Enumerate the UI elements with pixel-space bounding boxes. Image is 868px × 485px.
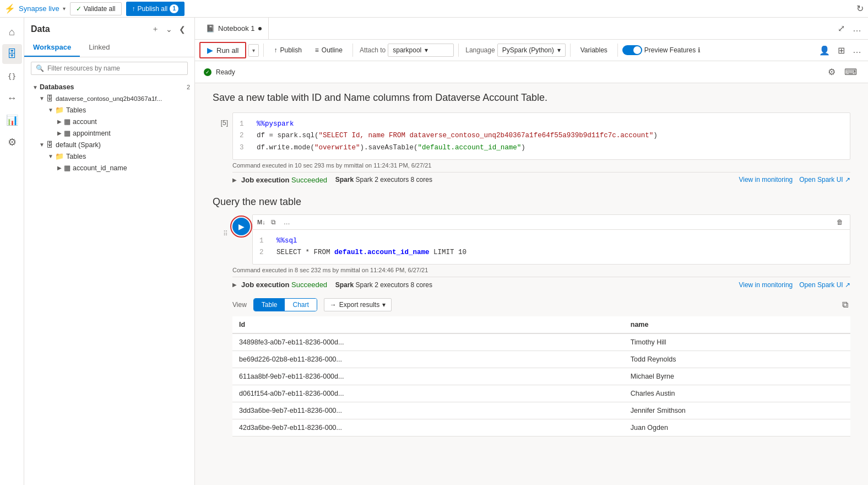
- sidebar-item-integrate[interactable]: ↔: [2, 88, 22, 108]
- job-ex2-toggle-icon[interactable]: ▶: [232, 282, 237, 288]
- table-settings-icon[interactable]: ⧉: [840, 298, 850, 312]
- cell-id: be69d226-02b8-eb11-8236-000...: [232, 351, 624, 368]
- publish-upload-icon: ↑: [274, 46, 277, 54]
- db2-toggle-icon[interactable]: ▼: [37, 142, 46, 148]
- cell2-more-button[interactable]: …: [281, 217, 292, 227]
- notebook-tab[interactable]: 📓 Notebook 1: [199, 18, 269, 40]
- validate-all-button[interactable]: ✓ Validate all: [70, 2, 122, 15]
- run-dropdown-button[interactable]: ▾: [248, 44, 259, 57]
- outline-label: Outline: [322, 46, 343, 54]
- cell2-copy-button[interactable]: ⧉: [269, 217, 278, 227]
- account-toggle-icon[interactable]: ▶: [55, 118, 64, 125]
- table-row: d061f154-a0b7-eb11-8236-000d...Charles A…: [232, 385, 850, 402]
- cell2-delete-button[interactable]: 🗑: [834, 217, 845, 227]
- tables2-folder-toggle-icon[interactable]: ▼: [46, 153, 55, 159]
- appointment-toggle-icon[interactable]: ▶: [55, 130, 64, 136]
- cell2: 1 %%sql 2 SELECT * FROM default.account_…: [252, 229, 850, 265]
- status-ready-icon: ✓: [204, 68, 211, 76]
- variables-button[interactable]: Variables: [575, 44, 613, 57]
- cell2-job-status: Succeeded: [291, 281, 327, 289]
- cell1-job-execution: ▶ Job execution Succeeded Spark Spark 2 …: [232, 172, 850, 187]
- databases-section[interactable]: ▼ Databases 2: [24, 82, 194, 93]
- account-id-name-item[interactable]: ▶ ▦ account_id_name: [24, 162, 194, 174]
- cell1-code[interactable]: 1 %%pyspark 2 df = spark.sql("SELECT Id,…: [233, 113, 850, 159]
- run-cell-button[interactable]: ▶: [232, 218, 250, 235]
- publish-upload-icon: ↑: [132, 5, 135, 13]
- collapse-icon[interactable]: ⌄: [164, 23, 175, 35]
- cell2-line2: 2 SELECT * FROM default.account_id_name …: [259, 247, 843, 258]
- view-label: View: [232, 301, 247, 309]
- db1-item[interactable]: ▼ 🗄 dataverse_contoso_unq2b40367a1f...: [24, 93, 194, 104]
- status-label: Ready: [216, 68, 235, 76]
- export-chevron-icon: ▾: [382, 301, 386, 309]
- drag-handle-icon: ⠿: [223, 230, 228, 238]
- outline-button[interactable]: ≡ Outline: [310, 44, 348, 57]
- main-layout: ⌂ 🗄 {} ↔ 📊 ⚙ Data ＋ ⌄ ❮ Workspace Linked…: [0, 18, 868, 485]
- database2-icon: 🗄: [46, 141, 53, 149]
- notebook-icon: 📓: [206, 24, 215, 33]
- panel-title: Data: [31, 24, 50, 34]
- grid-view-icon[interactable]: ⊞: [836, 43, 847, 58]
- top-bar-right: ↻: [856, 3, 864, 14]
- db1-tables-folder[interactable]: ▼ 📁 Tables: [24, 104, 194, 116]
- separator3: [458, 44, 459, 57]
- account-table-item[interactable]: ▶ ▦ account: [24, 116, 194, 127]
- databases-count: 2: [187, 84, 190, 90]
- cell2-code[interactable]: 1 %%sql 2 SELECT * FROM default.account_…: [253, 230, 850, 265]
- databases-toggle-icon[interactable]: ▼: [31, 84, 40, 90]
- notebook-area: 📓 Notebook 1 ⤢ … ▶ Run all ▾ ↑ Publish ≡: [195, 18, 868, 485]
- language-select[interactable]: PySpark (Python) ▾: [497, 44, 566, 57]
- tab-linked[interactable]: Linked: [80, 39, 118, 57]
- more-options-button[interactable]: …: [850, 21, 864, 36]
- databases-label: Databases: [40, 83, 74, 91]
- cell-id: 3dd3a6be-9eb7-eb11-8236-000...: [232, 402, 624, 419]
- separator5: [617, 44, 618, 57]
- tab-table[interactable]: Table: [254, 299, 285, 311]
- tab-workspace[interactable]: Workspace: [24, 39, 80, 57]
- attach-select[interactable]: sparkpool ▾: [388, 44, 454, 57]
- outline-icon: ≡: [315, 46, 319, 54]
- notebook-tab-bar: 📓 Notebook 1 ⤢ …: [195, 18, 868, 40]
- run-all-label: Run all: [216, 46, 238, 55]
- publish-button[interactable]: ↑ Publish: [268, 44, 307, 57]
- job-ex1-toggle-icon[interactable]: ▶: [232, 177, 237, 183]
- person-icon[interactable]: 👤: [817, 43, 832, 58]
- account-label: account: [73, 118, 97, 126]
- open-spark-ui2-link[interactable]: Open Spark UI ↗: [799, 281, 850, 289]
- settings-cog-icon[interactable]: ⚙: [826, 64, 838, 79]
- db1-toggle-icon[interactable]: ▼: [37, 95, 46, 101]
- view-monitoring2-link[interactable]: View in monitoring: [739, 281, 793, 289]
- publish-all-button[interactable]: ↑ Publish all 1: [126, 2, 185, 16]
- sidebar-item-develop[interactable]: {}: [2, 66, 22, 86]
- close-panel-button[interactable]: ❮: [177, 23, 188, 35]
- refresh-icon[interactable]: ↻: [856, 3, 864, 14]
- sidebar-item-home[interactable]: ⌂: [2, 22, 22, 42]
- ellipsis-button[interactable]: …: [850, 43, 864, 57]
- validate-checkmark-icon: ✓: [76, 5, 82, 13]
- cell1-line2: 2 df = spark.sql("SELECT Id, name FROM d…: [240, 130, 843, 142]
- cell-id: d061f154-a0b7-eb11-8236-000d...: [232, 385, 624, 402]
- preview-toggle[interactable]: [622, 45, 642, 55]
- tables-folder-toggle-icon[interactable]: ▼: [46, 107, 55, 113]
- keyboard-icon[interactable]: ⌨: [842, 64, 859, 79]
- synapse-logo[interactable]: ⚡ Synapse live ▾: [4, 3, 66, 14]
- notebook-content: Save a new table with ID and Name column…: [195, 83, 868, 485]
- search-input[interactable]: [47, 64, 183, 72]
- db2-tables-folder[interactable]: ▼ 📁 Tables: [24, 150, 194, 162]
- view-monitoring1-link[interactable]: View in monitoring: [739, 176, 793, 184]
- db2-item[interactable]: ▼ 🗄 default (Spark): [24, 139, 194, 150]
- sidebar-item-monitor[interactable]: 📊: [2, 110, 22, 130]
- sidebar-item-data[interactable]: 🗄: [2, 44, 22, 64]
- appointment-table-item[interactable]: ▶ ▦ appointment: [24, 127, 194, 139]
- sidebar-item-manage[interactable]: ⚙: [2, 132, 22, 152]
- expand-button[interactable]: ⤢: [836, 21, 847, 36]
- open-spark-ui1-link[interactable]: Open Spark UI ↗: [799, 176, 850, 184]
- tab-chart[interactable]: Chart: [285, 299, 316, 311]
- run-all-button[interactable]: ▶ Run all: [199, 42, 246, 58]
- export-results-button[interactable]: → Export results ▾: [324, 298, 392, 311]
- add-resource-button[interactable]: ＋: [149, 23, 161, 35]
- account-id-name-toggle-icon[interactable]: ▶: [55, 165, 64, 171]
- preview-label: Preview Features: [644, 46, 696, 54]
- synapse-chevron-icon: ▾: [63, 6, 66, 12]
- notebook-tab-actions: ⤢ …: [836, 21, 864, 36]
